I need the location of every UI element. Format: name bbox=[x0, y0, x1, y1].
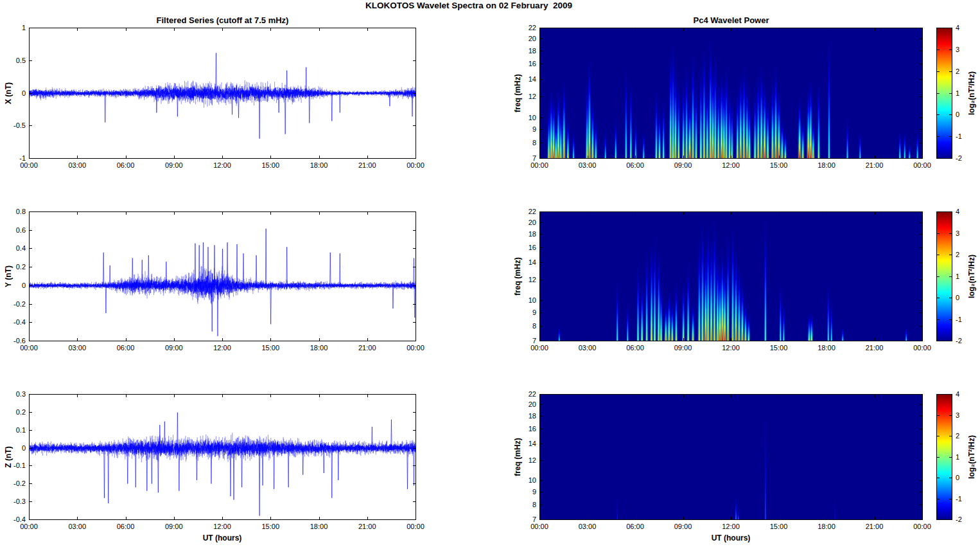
tick-label: -0.2 bbox=[0, 300, 26, 309]
tick-label: 15:00 bbox=[770, 161, 788, 170]
y-wavelet-plot bbox=[539, 211, 923, 341]
y-series-plot bbox=[29, 211, 416, 341]
tick-label: 21:00 bbox=[866, 344, 884, 352]
tick-label: 18:00 bbox=[310, 161, 328, 170]
tick-label: 14 bbox=[511, 258, 536, 267]
tick-label: 22 bbox=[511, 24, 536, 32]
tick-label: 3 bbox=[956, 411, 975, 420]
tick-label: 12:00 bbox=[722, 161, 740, 170]
tick-label: 00:00 bbox=[20, 523, 38, 531]
x-wavelet-plot bbox=[539, 28, 923, 159]
tick-label: 03:00 bbox=[579, 344, 597, 352]
tick-label: -1 bbox=[956, 316, 975, 324]
tick-label: 0 bbox=[0, 89, 26, 98]
tick-label: -0.3 bbox=[0, 498, 26, 506]
tick-label: 0 bbox=[956, 111, 975, 119]
tick-label: 8 bbox=[511, 139, 536, 147]
tick-label: 21:00 bbox=[358, 344, 376, 352]
tick-label: -2 bbox=[956, 516, 975, 524]
tick-label: 16 bbox=[511, 244, 536, 252]
xlabel-right: UT (hours) bbox=[712, 534, 751, 543]
tick-label: 3 bbox=[956, 229, 975, 238]
tick-label: 12 bbox=[511, 456, 536, 465]
tick-label: 15:00 bbox=[261, 344, 279, 352]
tick-label: -2 bbox=[956, 154, 975, 163]
tick-label: 0.4 bbox=[0, 244, 26, 253]
tick-label: 0.2 bbox=[0, 408, 26, 417]
tick-label: 3 bbox=[956, 46, 975, 54]
tick-label: 15:00 bbox=[770, 344, 788, 352]
colorbar-x bbox=[936, 28, 952, 159]
tick-label: 21:00 bbox=[866, 523, 884, 531]
tick-label: 03:00 bbox=[68, 344, 86, 352]
tick-label: 15:00 bbox=[261, 161, 279, 170]
xlabel-left: UT (hours) bbox=[203, 534, 242, 543]
tick-label: 15:00 bbox=[261, 523, 279, 531]
tick-label: 03:00 bbox=[579, 161, 597, 170]
tick-label: 00:00 bbox=[20, 344, 38, 352]
tick-label: -1 bbox=[956, 495, 975, 503]
tick-label: -2 bbox=[956, 337, 975, 345]
tick-label: 18 bbox=[511, 412, 536, 420]
tick-label: 20 bbox=[511, 400, 536, 409]
tick-label: 09:00 bbox=[674, 523, 692, 531]
tick-label: 18 bbox=[511, 230, 536, 238]
tick-label: 0.8 bbox=[0, 208, 26, 216]
tick-label: 14 bbox=[511, 75, 536, 84]
tick-label: 12:00 bbox=[722, 523, 740, 531]
tick-label: 9 bbox=[511, 488, 536, 496]
tick-label: 12:00 bbox=[213, 523, 231, 531]
tick-label: 12:00 bbox=[722, 344, 740, 352]
tick-label: 0.2 bbox=[0, 263, 26, 271]
tick-label: 16 bbox=[511, 425, 536, 433]
tick-label: 0 bbox=[0, 282, 26, 290]
tick-label: 00:00 bbox=[913, 344, 931, 352]
tick-label: 00:00 bbox=[407, 344, 424, 352]
tick-label: 0.6 bbox=[0, 226, 26, 235]
tick-label: 4 bbox=[956, 208, 975, 216]
colorbar-y bbox=[936, 211, 952, 341]
x-series-plot bbox=[29, 28, 416, 159]
right-column-title: Pc4 Wavelet Power bbox=[539, 15, 923, 25]
tick-label: 00:00 bbox=[407, 523, 424, 531]
tick-label: 1 bbox=[0, 24, 26, 32]
tick-label: 2 bbox=[956, 251, 975, 259]
tick-label: 00:00 bbox=[20, 161, 38, 170]
tick-label: 12:00 bbox=[213, 161, 231, 170]
tick-label: 21:00 bbox=[358, 523, 376, 531]
tick-label: 1 bbox=[956, 453, 975, 462]
tick-label: 0 bbox=[0, 444, 26, 453]
tick-label: 00:00 bbox=[913, 523, 931, 531]
tick-label: 18:00 bbox=[818, 344, 836, 352]
tick-label: 4 bbox=[956, 24, 975, 32]
tick-label: 0.5 bbox=[0, 57, 26, 65]
tick-label: 12 bbox=[511, 93, 536, 101]
tick-label: 2 bbox=[956, 67, 975, 76]
tick-label: 09:00 bbox=[165, 523, 183, 531]
z-wavelet-plot bbox=[539, 394, 923, 520]
tick-label: 03:00 bbox=[68, 523, 86, 531]
tick-label: 09:00 bbox=[674, 161, 692, 170]
tick-label: 0.3 bbox=[0, 390, 26, 399]
tick-label: 12 bbox=[511, 276, 536, 284]
tick-label: 09:00 bbox=[165, 161, 183, 170]
figure-title: KLOKOTOS Wavelet Spectra on 02 February … bbox=[0, 1, 938, 10]
tick-label: -0.5 bbox=[0, 121, 26, 130]
tick-label: 9 bbox=[511, 125, 536, 134]
tick-label: 10 bbox=[511, 296, 536, 305]
tick-label: -0.4 bbox=[0, 318, 26, 327]
tick-label: 15:00 bbox=[770, 523, 788, 531]
tick-label: 9 bbox=[511, 309, 536, 317]
tick-label: 03:00 bbox=[68, 161, 86, 170]
tick-label: -0.2 bbox=[0, 480, 26, 488]
tick-label: 2 bbox=[956, 432, 975, 440]
tick-label: 06:00 bbox=[626, 523, 644, 531]
tick-label: 21:00 bbox=[866, 161, 884, 170]
tick-label: 16 bbox=[511, 60, 536, 68]
tick-label: 0.1 bbox=[0, 426, 26, 435]
tick-label: 10 bbox=[511, 114, 536, 122]
tick-label: 20 bbox=[511, 219, 536, 227]
tick-label: 00:00 bbox=[407, 161, 424, 170]
tick-label: 18:00 bbox=[818, 523, 836, 531]
tick-label: 00:00 bbox=[530, 523, 548, 531]
